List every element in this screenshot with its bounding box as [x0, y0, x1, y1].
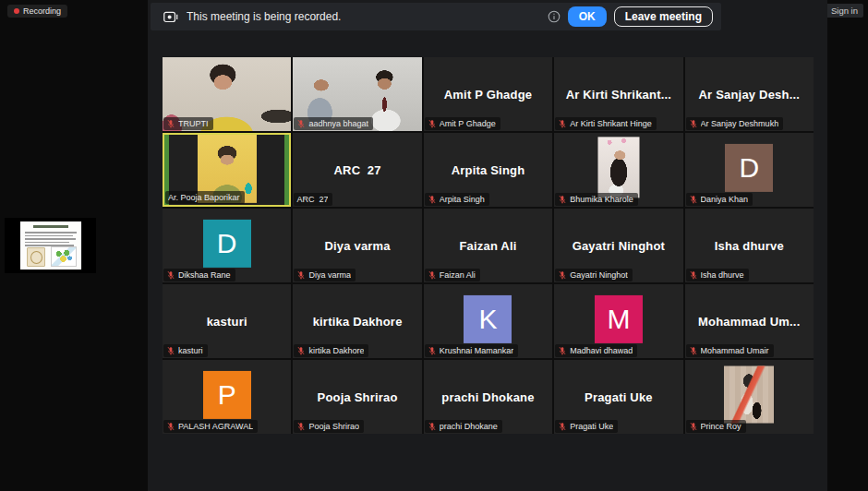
participant-tile-mohammad-umair[interactable]: Mohammad Um...Mohammad Umair — [685, 284, 814, 358]
meeting-window: This meeting is being recorded. OK Leave… — [148, 0, 827, 491]
muted-mic-icon — [428, 422, 437, 431]
participant-name-text: Mohammad Umair — [701, 346, 769, 355]
participant-tile-amit-p-ghadge[interactable]: Amit P GhadgeAmit P Ghadge — [424, 57, 552, 131]
participant-initial-avatar: D — [203, 220, 251, 268]
participant-name-text: Pooja Shrirao — [308, 422, 359, 431]
muted-mic-icon — [166, 346, 175, 355]
recording-dot-icon — [14, 8, 19, 14]
participant-tile-kasturi[interactable]: kasturikasturi — [163, 284, 291, 358]
muted-mic-icon — [689, 346, 698, 355]
participant-tile-trupti[interactable]: TRUPTI — [163, 57, 291, 131]
slide-map-image — [51, 246, 77, 267]
participant-name-text: Isha dhurve — [701, 270, 744, 280]
participant-name-label: Prince Roy — [686, 420, 746, 433]
participant-tile-arpita-singh[interactable]: Arpita SinghArpita Singh — [424, 133, 552, 207]
participant-name-label: Arpita Singh — [425, 193, 489, 206]
participant-name-text: Ar Kirti Shrikant Hinge — [570, 119, 652, 128]
participant-initial-avatar: P — [203, 371, 251, 419]
muted-mic-icon — [558, 270, 567, 280]
participant-tile-krushnai-mamankar[interactable]: KKrushnai Mamankar — [424, 284, 552, 358]
participant-tile-ar-pooja-baporikar[interactable]: Ar. Pooja Baporikar — [163, 133, 291, 207]
recording-banner: This meeting is being recorded. OK Leave… — [151, 3, 721, 30]
participant-name-label: Madhavi dhawad — [555, 344, 637, 357]
participant-initial-avatar: M — [595, 295, 643, 343]
participant-tile-arc-27[interactable]: ARC 27ARC 27 — [293, 133, 421, 207]
muted-mic-icon — [166, 422, 175, 431]
participant-tile-bhumika-kharole[interactable]: Bhumika Kharole — [554, 133, 682, 207]
participant-name-text: Madhavi dhawad — [570, 346, 633, 355]
participant-tile-madhavi-dhawad[interactable]: MMadhavi dhawad — [554, 284, 682, 358]
participant-name-text: ARC 27 — [296, 195, 328, 204]
participant-tile-daniya-khan[interactable]: DDaniya Khan — [685, 133, 814, 207]
participant-tile-pragati-uke[interactable]: Pragati UkePragati Uke — [554, 360, 682, 434]
muted-mic-icon — [558, 346, 567, 355]
participant-name-label: Amit P Ghadge — [425, 117, 500, 130]
participant-name-label: aadhnya bhagat — [294, 117, 373, 130]
muted-mic-icon — [558, 119, 567, 128]
participant-name-text: Daniya Khan — [701, 195, 749, 204]
recording-label: Recording — [23, 6, 61, 16]
participant-initial-avatar: K — [464, 295, 512, 343]
participant-name-text: Prince Roy — [701, 422, 741, 431]
participant-tile-prince-roy[interactable]: Prince Roy — [685, 360, 814, 434]
muted-mic-icon — [296, 270, 306, 280]
participant-tile-gayatri-ninghot[interactable]: Gayatri NinghotGayatri Ninghot — [554, 209, 682, 282]
slide-sketch-image — [27, 247, 45, 267]
participant-name-text: Diya varma — [308, 270, 351, 280]
muted-mic-icon — [428, 270, 437, 280]
participant-name-label: Krushnai Mamankar — [425, 344, 519, 357]
muted-mic-icon — [558, 422, 567, 431]
participant-name-label: prachi Dhokane — [425, 420, 502, 433]
participant-name-label: Mohammad Umair — [686, 344, 774, 357]
muted-mic-icon — [689, 270, 698, 280]
participant-tile-palash-agrawal[interactable]: PPALASH AGRAWAL — [163, 360, 291, 434]
participant-name-label: PALASH AGRAWAL — [163, 420, 258, 433]
participant-tile-pooja-shrirao[interactable]: Pooja ShriraoPooja Shrirao — [293, 360, 421, 434]
participant-name-label: kasturi — [163, 344, 208, 357]
participant-name-text: Amit P Ghadge — [440, 119, 496, 128]
participant-name-text: Arpita Singh — [440, 195, 485, 204]
muted-mic-icon — [166, 119, 175, 128]
muted-mic-icon — [428, 195, 437, 204]
participant-tile-diya-varma[interactable]: Diya varmaDiya varma — [293, 209, 421, 282]
muted-mic-icon — [428, 119, 437, 128]
recording-indicator: Recording — [7, 5, 67, 18]
participant-name-text: PALASH AGRAWAL — [178, 422, 253, 431]
sign-in-button[interactable]: Sign in — [826, 4, 863, 18]
participant-tile-faizan-ali[interactable]: Faizan AliFaizan Ali — [424, 209, 552, 282]
participant-tile-ar-sanjay-deshmukh[interactable]: Ar Sanjay Desh...Ar Sanjay Deshmukh — [685, 57, 814, 131]
banner-message: This meeting is being recorded. — [187, 10, 341, 23]
participant-tile-kirtika-dakhore[interactable]: kirtika Dakhorekirtika Dakhore — [293, 284, 421, 358]
muted-mic-icon — [689, 119, 698, 128]
participant-name-text: Ar Sanjay Deshmukh — [701, 119, 779, 128]
muted-mic-icon — [689, 422, 698, 431]
recording-camera-icon — [163, 11, 179, 23]
info-icon[interactable] — [548, 10, 561, 23]
participant-name-label: Ar Sanjay Deshmukh — [686, 117, 784, 130]
participant-initial-avatar: D — [725, 144, 773, 192]
participant-tile-isha-dhurve[interactable]: Isha dhurveIsha dhurve — [685, 209, 814, 282]
shared-slide-thumbnail[interactable] — [5, 218, 96, 273]
participant-tile-aadhnya-bhagat[interactable]: aadhnya bhagat — [293, 57, 421, 131]
participant-name-label: ARC 27 — [294, 193, 332, 206]
participant-name-text: Dikshaa Rane — [178, 270, 231, 280]
participant-name-text: kirtika Dakhore — [308, 346, 364, 355]
participant-tile-dikshaa-rane[interactable]: DDikshaa Rane — [163, 209, 291, 282]
participant-photo-avatar — [597, 137, 639, 198]
participant-name-text: Gayatri Ninghot — [570, 270, 628, 280]
muted-mic-icon — [296, 422, 306, 431]
participant-name-text: TRUPTI — [178, 119, 209, 128]
participant-name-label: Ar Kirti Shrikant Hinge — [555, 117, 657, 130]
participant-name-label: Pooja Shrirao — [294, 420, 364, 433]
participant-tile-ar-kirti-shrikant-hinge[interactable]: Ar Kirti Shrikant...Ar Kirti Shrikant Hi… — [554, 57, 682, 131]
participant-name-text: aadhnya bhagat — [308, 119, 368, 128]
leave-meeting-button[interactable]: Leave meeting — [614, 6, 713, 27]
participant-name-label: Ar. Pooja Baporikar — [165, 191, 245, 204]
participant-name-label: Isha dhurve — [686, 269, 749, 281]
participant-name-label: Bhumika Kharole — [555, 193, 638, 206]
participant-tile-prachi-dhokane[interactable]: prachi Dhokaneprachi Dhokane — [424, 360, 552, 434]
participant-name-text: Krushnai Mamankar — [440, 346, 514, 355]
muted-mic-icon — [689, 195, 698, 204]
participant-name-label: Faizan Ali — [425, 269, 480, 281]
ok-button[interactable]: OK — [568, 6, 607, 27]
